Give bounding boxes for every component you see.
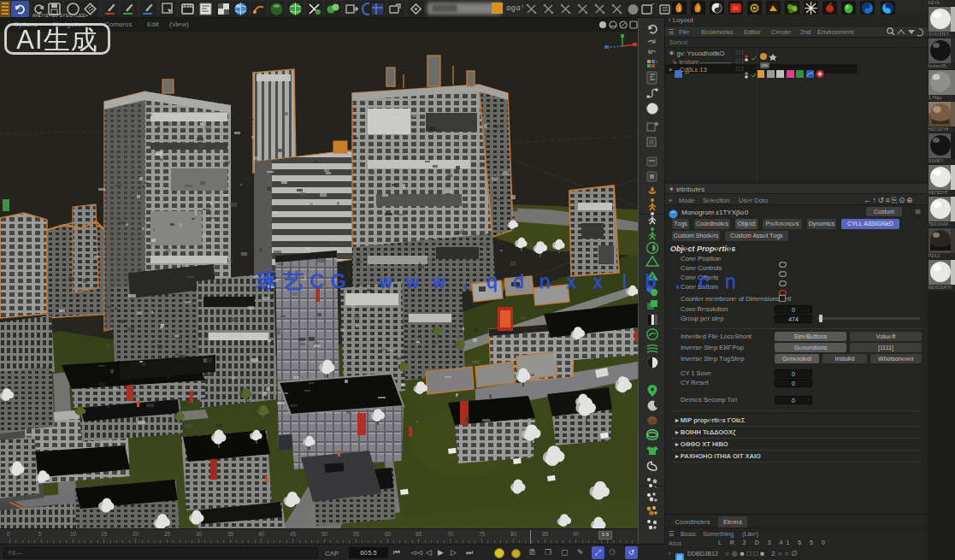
svg-text:2: 2 — [656, 60, 658, 64]
